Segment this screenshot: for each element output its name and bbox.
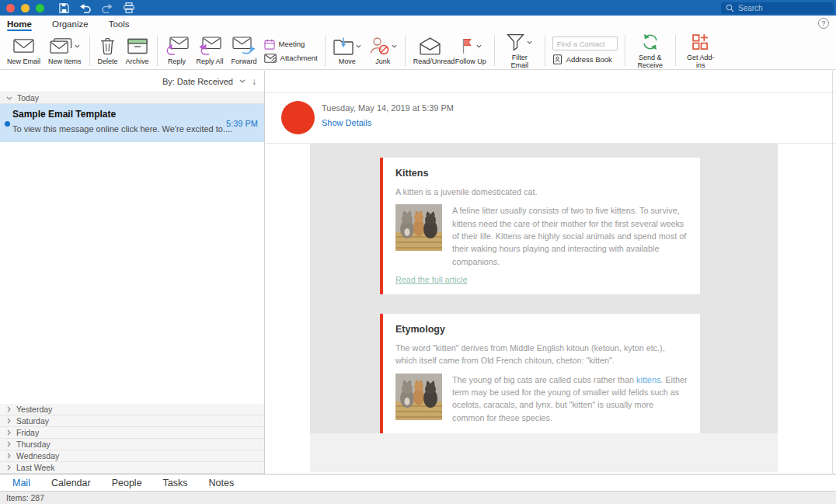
open-envelope-icon xyxy=(420,37,441,55)
envelope-icon xyxy=(13,38,34,54)
article-title: Etymology xyxy=(395,324,688,335)
reply-icon xyxy=(165,36,189,56)
undo-icon[interactable] xyxy=(78,2,92,14)
ribbon-tab-bar: Home Organize Tools ? xyxy=(0,16,836,32)
items-count: Items: 287 xyxy=(6,493,44,502)
search-input[interactable] xyxy=(738,4,824,12)
chevron-down-icon xyxy=(75,44,80,48)
article-intro: The word "kitten" derives from Middle En… xyxy=(395,342,688,367)
article-title: Kittens xyxy=(395,168,688,179)
group-header-friday[interactable]: Friday xyxy=(0,427,264,439)
move-button[interactable]: Move xyxy=(329,35,365,66)
find-contact-input[interactable] xyxy=(552,36,618,50)
email-body: Kittens A kitten is a juvenile domestica… xyxy=(310,144,778,433)
ribbon-divider xyxy=(405,35,406,66)
search-bar[interactable] xyxy=(721,2,834,14)
filter-email-button[interactable]: Filter Email xyxy=(499,31,541,70)
group-header-thursday[interactable]: Thursday xyxy=(0,439,264,450)
ribbon-divider xyxy=(625,35,625,66)
move-folder-icon xyxy=(333,37,354,55)
read-full-article-link[interactable]: Read the full article xyxy=(395,275,467,284)
minimize-window-button[interactable] xyxy=(21,4,30,12)
ribbon-divider xyxy=(325,35,326,66)
reading-pane-toolbar-strip xyxy=(266,71,836,93)
article-body: A feline litter usually consists of two … xyxy=(452,204,688,268)
reading-pane: Tuesday, May 14, 2019 at 5:39 PM Show De… xyxy=(266,71,836,474)
chevron-right-icon xyxy=(7,406,11,412)
save-icon[interactable] xyxy=(57,2,71,14)
junk-button[interactable]: Junk xyxy=(365,35,401,66)
kittens-photo xyxy=(395,204,442,251)
outlook-window: Home Organize Tools ? New Email New Item… xyxy=(0,0,836,504)
attachment-envelope-icon xyxy=(264,54,277,63)
filter-funnel-icon xyxy=(507,33,524,51)
tab-tools[interactable]: Tools xyxy=(109,16,130,32)
chevron-down-icon xyxy=(392,44,397,48)
search-icon xyxy=(726,4,734,12)
nav-people[interactable]: People xyxy=(112,478,142,488)
sender-avatar xyxy=(281,101,315,134)
chevron-right-icon xyxy=(7,429,11,436)
meeting-button[interactable]: Meeting xyxy=(264,39,318,50)
tab-home[interactable]: Home xyxy=(7,16,32,32)
zoom-window-button[interactable] xyxy=(36,4,44,12)
attachment-button[interactable]: Attachment xyxy=(264,54,318,63)
chevron-down-icon xyxy=(6,96,12,100)
chevron-right-icon xyxy=(7,441,11,447)
tab-organize[interactable]: Organize xyxy=(52,16,89,32)
archive-box-icon xyxy=(127,38,148,54)
sort-direction-icon[interactable]: ↓ xyxy=(252,76,256,87)
send-receive-button[interactable]: Send & Receive xyxy=(629,31,671,70)
reply-all-button[interactable]: Reply All xyxy=(193,35,228,66)
group-header-today[interactable]: Today xyxy=(0,92,264,104)
message-list-pane: By: Date Received ↓ Today Sample Email T… xyxy=(0,71,265,474)
forward-icon xyxy=(232,36,256,56)
help-icon[interactable]: ? xyxy=(818,18,829,29)
nav-notes[interactable]: Notes xyxy=(209,478,235,488)
nav-mail[interactable]: Mail xyxy=(12,478,30,488)
redo-icon[interactable] xyxy=(100,2,114,14)
status-bar: Items: 287 xyxy=(0,491,836,504)
address-book-button[interactable]: Address Book xyxy=(552,54,618,64)
article-card-etymology: Etymology The word "kitten" derives from… xyxy=(380,314,700,433)
read-unread-button[interactable]: Read/Unread xyxy=(409,35,451,66)
forward-button[interactable]: Forward xyxy=(228,35,261,66)
message-date: Tuesday, May 14, 2019 at 5:39 PM xyxy=(322,103,454,113)
ribbon-divider xyxy=(494,35,495,66)
follow-up-button[interactable]: Follow Up xyxy=(451,35,490,66)
archive-button[interactable]: Archive xyxy=(122,35,153,66)
envelope-stack-icon xyxy=(50,37,72,54)
group-header-wednesday[interactable]: Wednesday xyxy=(0,450,264,462)
chevron-down-icon xyxy=(356,44,361,48)
close-window-button[interactable] xyxy=(6,4,15,12)
group-header-yesterday[interactable]: Yesterday xyxy=(0,404,264,415)
new-email-button[interactable]: New Email xyxy=(3,35,44,66)
ribbon-divider xyxy=(545,35,545,66)
get-addins-button[interactable]: Get Add-ins xyxy=(680,31,722,70)
print-icon[interactable] xyxy=(122,2,136,14)
address-book-icon xyxy=(552,54,563,64)
group-header-last-week[interactable]: Last Week xyxy=(0,462,264,474)
show-details-link[interactable]: Show Details xyxy=(322,118,454,127)
group-header-saturday[interactable]: Saturday xyxy=(0,415,264,427)
collapsed-date-groups: Yesterday Saturday Friday Thursday Wedne… xyxy=(0,404,264,474)
trash-icon xyxy=(100,37,115,55)
chevron-right-icon xyxy=(7,453,11,459)
nav-tasks[interactable]: Tasks xyxy=(163,478,188,488)
email-footer-area xyxy=(310,433,778,472)
chevron-down-icon xyxy=(527,40,532,44)
article-intro: A kitten is a juvenile domesticated cat. xyxy=(395,186,688,198)
junk-person-icon xyxy=(369,36,389,55)
new-items-button[interactable]: New Items xyxy=(44,35,85,66)
message-header: Tuesday, May 14, 2019 at 5:39 PM Show De… xyxy=(266,93,836,144)
chevron-down-icon xyxy=(476,44,482,48)
email-subject: Sample Email Template xyxy=(12,109,258,120)
email-list-item[interactable]: Sample Email Template 5:39 PM To view th… xyxy=(0,104,264,142)
sort-by-dropdown[interactable]: By: Date Received ↓ xyxy=(0,71,264,92)
reply-button[interactable]: Reply xyxy=(162,35,193,66)
kittens-inline-link[interactable]: kittens xyxy=(636,375,660,384)
reply-all-icon xyxy=(198,36,221,56)
delete-button[interactable]: Delete xyxy=(94,35,122,66)
nav-calendar[interactable]: Calendar xyxy=(51,478,91,488)
vertical-scrollbar[interactable] xyxy=(832,71,833,474)
